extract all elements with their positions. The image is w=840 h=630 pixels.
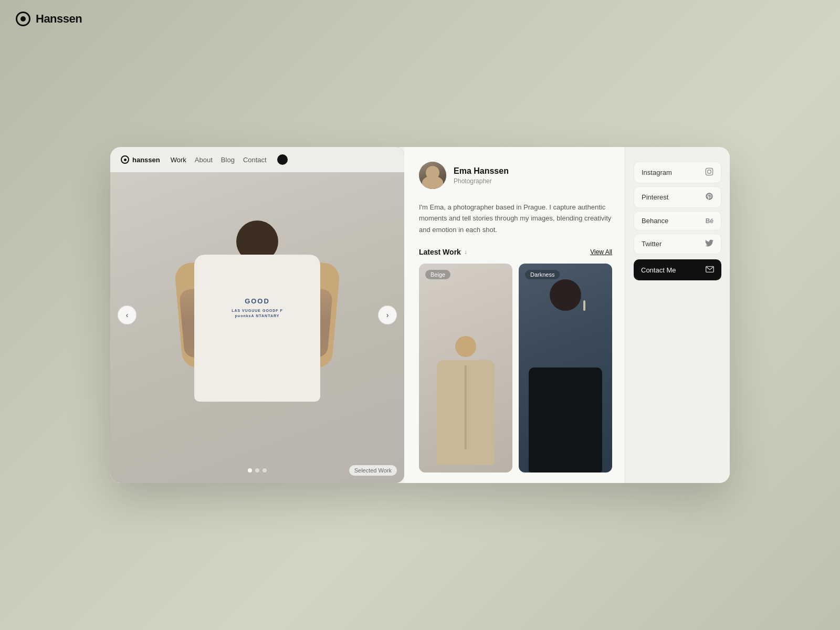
profile-bio: I'm Ema, a photographer based in Prague.… [419, 202, 612, 235]
profile-info: Ema Hanssen Photographer [454, 166, 509, 185]
instagram-icon [705, 167, 713, 177]
figure-tshirt-text: GOOD LAS VUGUUE GOODF F puonksA NTANTARY [215, 297, 299, 319]
top-logo-bar: Hanssen [0, 0, 98, 38]
avatar-inner [419, 162, 446, 189]
tshirt-line2: LAS VUGUUE GOODF F [215, 308, 299, 313]
nav-link-contact[interactable]: Contact [243, 156, 267, 164]
work-card-label-beige: Beige [425, 270, 450, 279]
pinterest-icon [705, 192, 713, 202]
main-card: hanssen Work About Blog Contact [110, 147, 730, 483]
beige-coat [437, 360, 495, 465]
nav-dot [277, 154, 288, 165]
work-card-beige[interactable]: Beige [419, 264, 512, 472]
figure-body: GOOD LAS VUGUUE GOODF F puonksA NTANTARY [173, 210, 341, 483]
profile-row: Ema Hanssen Photographer [419, 162, 612, 189]
sidebar-section: Instagram Pinterest Behance Bé Twitter [625, 147, 730, 483]
nav-logo-small-icon [121, 155, 129, 164]
social-link-behance[interactable]: Behance Bé [634, 211, 721, 230]
left-panel: hanssen Work About Blog Contact [110, 147, 404, 483]
social-link-twitter[interactable]: Twitter [634, 234, 721, 254]
tshirt-line1: GOOD [215, 297, 299, 306]
work-card-label-dark: Darkness [525, 270, 560, 279]
contact-button[interactable]: Contact Me [634, 259, 721, 280]
dot-1[interactable] [248, 468, 252, 472]
social-link-label-instagram: Instagram [642, 169, 672, 176]
social-link-label-behance: Behance [642, 217, 668, 225]
view-all-link[interactable]: View All [590, 248, 612, 256]
nav-links: Work About Blog Contact [171, 154, 288, 165]
selected-work-label: Selected Work [349, 465, 397, 476]
slider-image: GOOD LAS VUGUUE GOODF F puonksA NTANTARY [110, 147, 404, 483]
email-icon [706, 266, 714, 274]
dark-person-head [550, 279, 581, 311]
nav-logo: hanssen [121, 155, 160, 164]
slider-prev-button[interactable]: ‹ [118, 306, 136, 324]
profile-name: Ema Hanssen [454, 166, 509, 176]
avatar-body [422, 176, 443, 189]
social-link-label-twitter: Twitter [642, 240, 662, 248]
social-link-label-pinterest: Pinterest [642, 193, 668, 201]
nav-link-work[interactable]: Work [171, 156, 186, 164]
behance-icon: Bé [706, 217, 713, 225]
slider-next-button[interactable]: › [378, 306, 397, 324]
twitter-icon [705, 239, 713, 248]
svg-point-2 [711, 170, 711, 170]
slider-dots [248, 468, 267, 472]
dot-2[interactable] [255, 468, 259, 472]
tshirt-line3: puonksA NTANTARY [215, 313, 299, 319]
svg-rect-0 [706, 168, 712, 175]
top-logo-text: Hanssen [36, 12, 82, 26]
work-gallery: Beige Darkness [419, 264, 612, 472]
avatar [419, 162, 446, 189]
middle-section: Ema Hanssen Photographer I'm Ema, a phot… [404, 147, 625, 483]
dark-earring [583, 300, 585, 311]
beige-head [455, 336, 476, 357]
social-link-pinterest[interactable]: Pinterest [634, 186, 721, 208]
svg-point-1 [708, 170, 711, 174]
figure-container: GOOD LAS VUGUUE GOODF F puonksA NTANTARY [158, 189, 357, 483]
latest-work-header: Latest Work ↓ View All [419, 248, 612, 256]
latest-work-arrow: ↓ [464, 248, 467, 256]
nav-bar: hanssen Work About Blog Contact [110, 147, 404, 172]
top-logo-icon [16, 12, 30, 26]
figure-tshirt: GOOD LAS VUGUUE GOODF F puonksA NTANTARY [194, 255, 320, 402]
beige-figure [419, 264, 512, 472]
latest-work-label: Latest Work [419, 248, 461, 256]
nav-link-about[interactable]: About [195, 156, 213, 164]
right-panel: Ema Hanssen Photographer I'm Ema, a phot… [404, 147, 730, 483]
nav-link-blog[interactable]: Blog [221, 156, 235, 164]
dark-figure [519, 264, 612, 472]
work-card-dark[interactable]: Darkness [519, 264, 612, 472]
contact-button-label: Contact Me [641, 266, 676, 274]
latest-work-title: Latest Work ↓ [419, 248, 467, 256]
dark-person-body [529, 368, 602, 472]
social-link-instagram[interactable]: Instagram [634, 162, 721, 183]
nav-logo-label: hanssen [132, 156, 160, 164]
beige-person [434, 336, 497, 472]
dot-3[interactable] [262, 468, 267, 472]
profile-title: Photographer [454, 177, 509, 185]
